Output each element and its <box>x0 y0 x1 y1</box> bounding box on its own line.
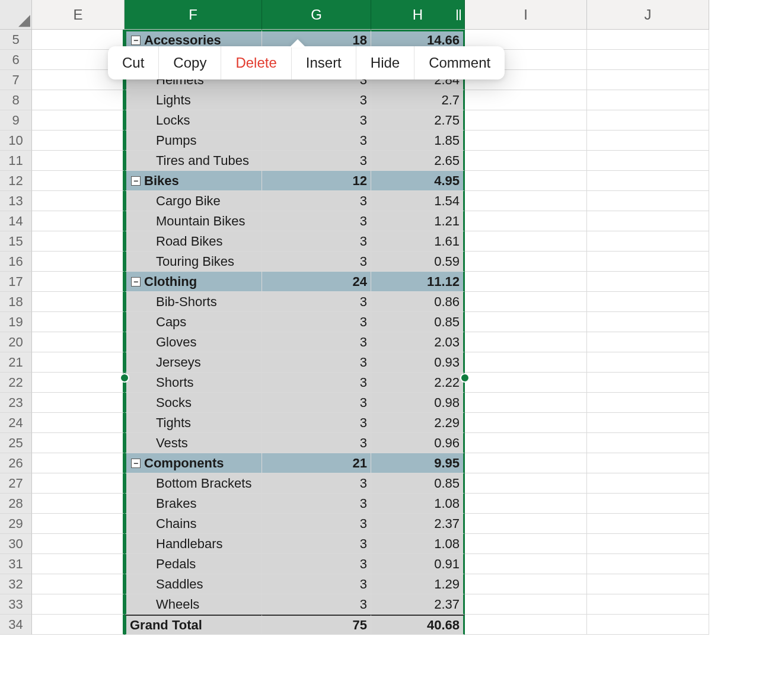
cell[interactable] <box>587 534 709 554</box>
column-header-I[interactable]: I <box>465 0 587 30</box>
cell[interactable] <box>32 473 125 494</box>
cell[interactable] <box>32 231 125 252</box>
cell[interactable] <box>587 332 709 352</box>
column-header-F[interactable]: F <box>125 0 262 30</box>
cell[interactable] <box>465 413 587 433</box>
grid-row[interactable]: 21Jerseys30.93 <box>0 352 759 373</box>
cell[interactable] <box>32 110 125 131</box>
grid-row[interactable]: 30Handlebars31.08 <box>0 534 759 554</box>
grid-body[interactable]: 5−Accessories1814.6667Helmets32.848Light… <box>0 30 759 635</box>
value-cell-g[interactable]: 3 <box>262 433 371 453</box>
grid-row[interactable]: 13Cargo Bike31.54 <box>0 191 759 211</box>
cell[interactable] <box>32 131 125 151</box>
value-cell-g[interactable]: 3 <box>262 332 371 352</box>
grid-row[interactable]: 11Tires and Tubes32.65 <box>0 151 759 171</box>
cell[interactable] <box>587 514 709 534</box>
cell[interactable] <box>32 514 125 534</box>
value-cell-g[interactable]: 3 <box>262 514 371 534</box>
item-label-cell[interactable]: Pedals <box>125 554 262 574</box>
row-header[interactable]: 29 <box>0 514 32 534</box>
row-header[interactable]: 6 <box>0 50 32 70</box>
cell[interactable] <box>587 453 709 473</box>
cell[interactable] <box>465 312 587 332</box>
cell[interactable] <box>465 534 587 554</box>
value-cell-g[interactable]: 3 <box>262 393 371 413</box>
value-cell-g[interactable]: 3 <box>262 151 371 171</box>
cell[interactable] <box>32 413 125 433</box>
row-header[interactable]: 31 <box>0 554 32 574</box>
grid-row[interactable]: 22Shorts32.22 <box>0 373 759 393</box>
cell[interactable] <box>587 473 709 494</box>
cell[interactable] <box>587 292 709 312</box>
row-header[interactable]: 7 <box>0 70 32 90</box>
row-header[interactable]: 8 <box>0 90 32 110</box>
value-cell-h[interactable]: 0.98 <box>371 393 465 413</box>
cell[interactable] <box>465 373 587 393</box>
grid-row[interactable]: 24Tights32.29 <box>0 413 759 433</box>
cell[interactable] <box>587 191 709 211</box>
item-label-cell[interactable]: Gloves <box>125 332 262 352</box>
cell[interactable] <box>587 171 709 191</box>
cell[interactable] <box>32 272 125 292</box>
item-label-cell[interactable]: Jerseys <box>125 352 262 373</box>
collapse-icon[interactable]: − <box>131 459 141 468</box>
cell[interactable] <box>587 352 709 373</box>
row-header[interactable]: 10 <box>0 131 32 151</box>
item-label-cell[interactable]: Handlebars <box>125 534 262 554</box>
menu-item-delete[interactable]: Delete <box>221 46 291 79</box>
item-label-cell[interactable]: Chains <box>125 514 262 534</box>
item-label-cell[interactable]: Saddles <box>125 574 262 594</box>
value-cell-h[interactable]: 2.37 <box>371 594 465 615</box>
cell[interactable] <box>587 373 709 393</box>
cell[interactable] <box>32 191 125 211</box>
grid-row[interactable]: 29Chains32.37 <box>0 514 759 534</box>
cell[interactable] <box>465 514 587 534</box>
menu-item-hide[interactable]: Hide <box>356 46 414 79</box>
row-header[interactable]: 24 <box>0 413 32 433</box>
cell[interactable] <box>465 352 587 373</box>
item-label-cell[interactable]: Tires and Tubes <box>125 151 262 171</box>
grid-row[interactable]: 33Wheels32.37 <box>0 594 759 615</box>
value-cell-g[interactable]: 75 <box>262 615 371 635</box>
cell[interactable] <box>465 433 587 453</box>
cell[interactable] <box>32 615 125 635</box>
value-cell-g[interactable]: 3 <box>262 231 371 252</box>
item-label-cell[interactable]: Bottom Brackets <box>125 473 262 494</box>
cell[interactable] <box>587 494 709 514</box>
value-cell-g[interactable]: 3 <box>262 413 371 433</box>
value-cell-g[interactable]: 3 <box>262 312 371 332</box>
row-header[interactable]: 9 <box>0 110 32 131</box>
cell[interactable] <box>587 312 709 332</box>
value-cell-h[interactable]: 4.95 <box>371 171 465 191</box>
cell[interactable] <box>587 554 709 574</box>
value-cell-g[interactable]: 3 <box>262 494 371 514</box>
value-cell-h[interactable]: 0.85 <box>371 473 465 494</box>
cell[interactable] <box>587 231 709 252</box>
value-cell-h[interactable]: 9.95 <box>371 453 465 473</box>
value-cell-h[interactable]: 0.59 <box>371 252 465 272</box>
cell[interactable] <box>32 433 125 453</box>
cell[interactable] <box>32 151 125 171</box>
cell[interactable] <box>32 171 125 191</box>
menu-item-copy[interactable]: Copy <box>159 46 221 79</box>
cell[interactable] <box>465 211 587 231</box>
value-cell-g[interactable]: 3 <box>262 292 371 312</box>
column-header-J[interactable]: J <box>587 0 709 30</box>
item-label-cell[interactable]: Road Bikes <box>125 231 262 252</box>
row-header[interactable]: 22 <box>0 373 32 393</box>
column-header-H[interactable]: H <box>371 0 465 30</box>
cell[interactable] <box>465 231 587 252</box>
row-header[interactable]: 27 <box>0 473 32 494</box>
value-cell-g[interactable]: 3 <box>262 211 371 231</box>
cell[interactable] <box>465 272 587 292</box>
collapse-icon[interactable]: − <box>131 176 141 186</box>
row-header[interactable]: 11 <box>0 151 32 171</box>
row-header[interactable]: 33 <box>0 594 32 615</box>
row-header[interactable]: 13 <box>0 191 32 211</box>
cell[interactable] <box>465 252 587 272</box>
grid-row[interactable]: 8Lights32.7 <box>0 90 759 110</box>
cell[interactable] <box>587 393 709 413</box>
row-header[interactable]: 5 <box>0 30 32 50</box>
grid-row[interactable]: 9Locks32.75 <box>0 110 759 131</box>
row-header[interactable]: 34 <box>0 615 32 635</box>
